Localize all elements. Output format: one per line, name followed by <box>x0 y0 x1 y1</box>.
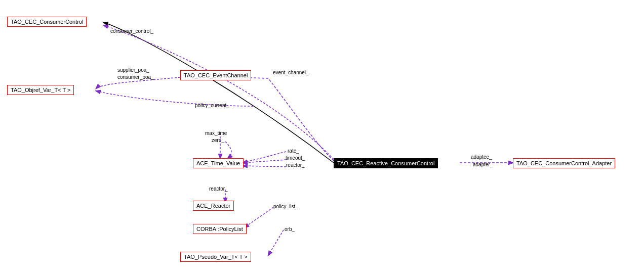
node-ace-time-value: ACE_Time_Value <box>193 158 244 168</box>
svg-line-3 <box>243 166 286 167</box>
label-consumer-control: consumer_control_ <box>110 28 153 34</box>
node-tao-cec-consumer-control: TAO_CEC_ConsumerControl <box>7 17 87 27</box>
arrows-svg <box>0 0 644 278</box>
svg-line-5 <box>268 230 284 255</box>
label-consumer-poa: consumer_poa_ <box>117 74 154 80</box>
label-supplier-poa: supplier_poa_ <box>117 67 149 73</box>
node-tao-cec-reactive-consumer-control: TAO_CEC_Reactive_ConsumerControl <box>334 158 438 168</box>
node-tao-cec-consumer-control-adapter: TAO_CEC_ConsumerControl_Adapter <box>513 158 615 168</box>
node-tao-cec-event-channel: TAO_CEC_EventChannel <box>180 70 251 80</box>
label-policy-list: policy_list_ <box>273 204 298 209</box>
label-adaptee: adaptee_ <box>471 154 492 160</box>
label-event-channel: event_channel_ <box>273 70 309 75</box>
node-tao-pseudo-var-t: TAO_Pseudo_Var_T< T > <box>180 252 251 262</box>
label-adapter: adapter_ <box>473 162 493 167</box>
label-reactor-top: reactor_ <box>286 162 305 168</box>
label-timeout: timeout_ <box>286 155 305 161</box>
label-orb: orb_ <box>285 226 295 232</box>
node-tao-objref-var-t: TAO_Objref_Var_T< T > <box>7 85 74 95</box>
node-corba-policy-list: CORBA::PolicyList <box>193 224 247 234</box>
label-max-time: max_time <box>205 130 227 136</box>
node-ace-reactor: ACE_Reactor <box>193 201 234 211</box>
label-policy-current: policy_current_ <box>195 103 229 108</box>
label-reactor-bottom: reactor_ <box>209 186 228 192</box>
label-rate: rate_ <box>288 148 299 154</box>
label-zero: zero_ <box>212 137 224 143</box>
svg-line-4 <box>245 207 273 227</box>
svg-line-1 <box>243 152 286 163</box>
diagram-container: TAO_CEC_ConsumerControl TAO_Objref_Var_T… <box>0 0 644 278</box>
svg-line-2 <box>243 160 286 163</box>
